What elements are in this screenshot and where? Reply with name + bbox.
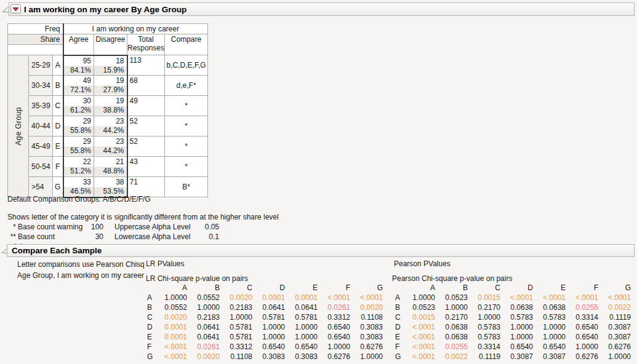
agree-count: 95 — [64, 56, 94, 66]
letter-comparisons-note: Letter comparisons use Pearson Chisq — [17, 260, 145, 269]
total-responses-cell: 52 — [127, 136, 165, 157]
disagree-cell[interactable]: 1927.9% — [94, 76, 127, 96]
matrix-row-label: B — [146, 303, 154, 312]
pvalue-cell: 0.5783 — [533, 312, 566, 322]
matrix-row-label: F — [146, 342, 154, 352]
pvalue-cell: 0.0552 — [187, 293, 220, 303]
pvalue-cell: 0.0641 — [187, 322, 220, 332]
matrix-column-header: C — [220, 283, 252, 293]
matrix-row: C0.00200.21831.00000.57810.57810.33120.1… — [146, 312, 383, 322]
pvalue-cell: 0.0015 — [403, 312, 435, 322]
group-letter-cell: F — [53, 157, 63, 177]
matrix-column-header: C — [468, 283, 500, 293]
matrix-column-header: E — [533, 283, 566, 293]
shows-letter-note: Shows letter of the category it is signi… — [7, 213, 279, 221]
pvalue-cell: 0.3087 — [598, 322, 631, 332]
agree-share: 61.2% — [64, 106, 94, 115]
matrix-corner-cell — [146, 283, 154, 293]
group-letter-cell: E — [53, 136, 63, 157]
uppercase-alpha-value: 0.05 — [201, 222, 219, 232]
group-letter-cell: B — [53, 76, 63, 96]
pvalue-cell: 0.0001 — [154, 332, 187, 342]
disagree-share: 27.9% — [94, 85, 127, 95]
matrix-column-header: B — [187, 283, 220, 293]
pvalue-cell: 0.6276 — [350, 342, 383, 352]
disagree-share: 44.2% — [94, 146, 127, 156]
age-range-cell[interactable]: 35-39 — [29, 96, 53, 116]
crosstab-body: Age Group25-29A9584.1%1815.9%113b,C,D,E,… — [8, 55, 208, 197]
disagree-cell[interactable]: 1938.8% — [94, 96, 127, 116]
matrix-row-label: B — [394, 303, 403, 312]
agree-count: 29 — [64, 116, 94, 126]
disagree-cell[interactable]: 3853.5% — [94, 177, 127, 197]
pvalue-cell: <.0001 — [403, 352, 435, 362]
matrix-row: E0.00010.06410.57811.00001.00000.65400.3… — [146, 332, 383, 342]
total-responses-cell: 68 — [127, 76, 165, 96]
matrix-row: G<.00010.00220.11190.30870.30870.62761.0… — [394, 352, 631, 362]
matrix-row: F<.00010.02610.33120.65400.65401.00000.6… — [146, 342, 383, 352]
column-header-compare[interactable]: Compare — [165, 34, 208, 55]
lr-pvalues-title: LR PValues — [146, 259, 184, 268]
agree-cell[interactable]: 2955.8% — [63, 116, 94, 136]
column-header-disagree[interactable]: Disagree — [94, 34, 127, 55]
pvalue-cell: 0.0020 — [350, 303, 383, 312]
table-row: >54G3346.5%3853.5%71B* — [8, 177, 208, 197]
matrix-column-header: A — [154, 283, 187, 293]
pvalue-cell: 0.3087 — [500, 352, 533, 362]
pvalue-cell: 0.6540 — [252, 342, 285, 352]
agree-cell[interactable]: 4972.1% — [63, 76, 94, 96]
disagree-cell[interactable]: 2344.2% — [94, 116, 127, 136]
table-row: 30-34B4972.1%1927.9%68d,e,F* — [8, 76, 208, 96]
pvalue-cell: 1.0000 — [468, 312, 500, 322]
pvalue-cell: 1.0000 — [533, 332, 566, 342]
age-range-cell[interactable]: 40-44 — [29, 116, 53, 136]
matrix-column-header: G — [350, 283, 383, 293]
pvalue-cell: <.0001 — [533, 293, 566, 303]
pvalue-cell: 1.0000 — [220, 312, 252, 322]
disagree-cell[interactable]: 2148.8% — [94, 157, 127, 177]
contingency-table: Freq I am working on my career Share Agr… — [7, 23, 208, 198]
pvalue-cell: 1.0000 — [154, 293, 187, 303]
question-header: I am working on my career — [63, 24, 208, 34]
agree-cell[interactable]: 2955.8% — [63, 136, 94, 157]
pvalue-cell: 0.0001 — [252, 293, 285, 303]
matrix-row: G<.00010.00200.11080.30830.30830.62761.0… — [146, 352, 383, 362]
disagree-cell[interactable]: 2344.2% — [94, 136, 127, 157]
pvalue-cell: 0.0261 — [318, 303, 350, 312]
agree-cell[interactable]: 9584.1% — [63, 55, 94, 76]
column-header-agree[interactable]: Agree — [63, 34, 94, 55]
uppercase-alpha-label: Uppercase Alpha Level — [114, 222, 201, 232]
agree-count: 29 — [64, 136, 94, 146]
blank-header-cell — [8, 45, 63, 55]
age-range-cell[interactable]: 50-54 — [29, 157, 53, 177]
disagree-share: 38.8% — [94, 106, 127, 115]
age-range-cell[interactable]: >54 — [29, 177, 53, 197]
age-range-cell[interactable]: 25-29 — [29, 55, 53, 76]
pvalue-cell: 0.0022 — [435, 352, 468, 362]
pvalue-cell: 0.0523 — [403, 303, 435, 312]
agree-cell[interactable]: 3346.5% — [63, 177, 94, 197]
table-row: 40-44D2955.8%2344.2%52* — [8, 116, 208, 136]
red-triangle-menu-button[interactable] — [10, 4, 21, 14]
outline-header-career-by-age[interactable]: I am working on my career By Age Group — [9, 2, 635, 16]
pvalue-cell: 0.0523 — [435, 293, 468, 303]
disagree-cell[interactable]: 1815.9% — [94, 55, 127, 76]
base-count-warning-value: 100 — [85, 222, 103, 232]
age-range-cell[interactable]: 30-34 — [29, 76, 53, 96]
pvalue-cell: 0.6540 — [566, 322, 598, 332]
matrix-row: E<.00010.06380.57831.00001.00000.65400.3… — [394, 332, 631, 342]
total-responses-cell: 52 — [127, 116, 165, 136]
pvalue-cell: 0.2170 — [435, 312, 468, 322]
outline-header-compare-each-sample[interactable]: Compare Each Sample — [7, 244, 635, 257]
pvalue-cell: 0.3083 — [350, 322, 383, 332]
agree-count: 49 — [64, 76, 94, 85]
row-axis-label: Age Group — [8, 55, 29, 197]
matrix-row-label: G — [394, 352, 403, 362]
agree-cell[interactable]: 3061.2% — [63, 96, 94, 116]
matrix-column-header: D — [252, 283, 285, 293]
agree-cell[interactable]: 2251.2% — [63, 157, 94, 177]
pvalue-cell: <.0001 — [403, 342, 435, 352]
jmp-report-window: I am working on my career By Age Group F… — [0, 0, 637, 364]
age-range-cell[interactable]: 45-49 — [29, 136, 53, 157]
column-header-total-responses[interactable]: Total Responses — [127, 34, 165, 55]
